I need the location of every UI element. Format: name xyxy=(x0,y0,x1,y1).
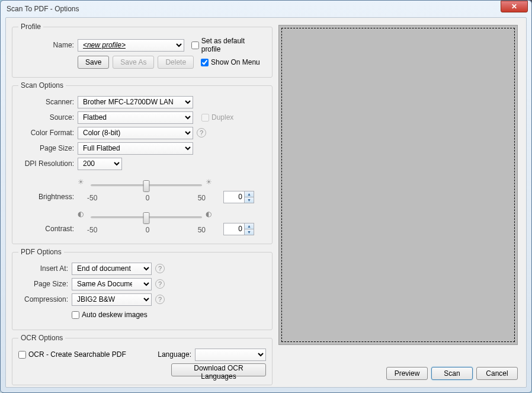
profile-group: Profile Name: <new profile> Set as defau… xyxy=(12,23,273,78)
show-on-menu-checkbox[interactable] xyxy=(201,59,209,66)
client-area: Profile Name: <new profile> Set as defau… xyxy=(5,17,527,388)
auto-deskew-checkbox[interactable] xyxy=(72,311,79,319)
color-format-label: Color Format: xyxy=(18,129,78,137)
brightness-low-icon xyxy=(78,178,87,187)
close-icon: ✕ xyxy=(511,2,517,11)
show-on-menu-label: Show On Menu xyxy=(211,58,260,66)
preview-button[interactable]: Preview xyxy=(386,367,428,380)
profile-name-combo[interactable]: <new profile> xyxy=(78,39,184,52)
contrast-high-icon xyxy=(206,210,215,219)
preview-area[interactable] xyxy=(278,25,518,345)
pdf-page-size-label: Page Size: xyxy=(18,280,72,288)
cancel-button[interactable]: Cancel xyxy=(476,367,518,380)
scan-button[interactable]: Scan xyxy=(431,367,473,380)
page-size-select[interactable]: Full Flatbed xyxy=(78,142,193,155)
auto-deskew-label: Auto deskew images xyxy=(82,311,148,319)
insert-at-label: Insert At: xyxy=(18,264,72,273)
language-select[interactable] xyxy=(195,349,266,361)
dpi-select[interactable]: 200 xyxy=(78,158,122,170)
duplex-checkbox[interactable] xyxy=(201,114,209,122)
contrast-thumb[interactable] xyxy=(143,212,150,224)
default-profile-label: Set as default profile xyxy=(201,37,266,53)
save-as-button[interactable]: Save As xyxy=(113,56,154,69)
dialog-window: Scan To PDF - Options ✕ Profile Name: <n… xyxy=(0,0,532,393)
help-icon[interactable]: ? xyxy=(155,295,165,304)
save-button[interactable]: Save xyxy=(78,56,109,69)
close-button[interactable]: ✕ xyxy=(501,1,528,12)
language-label: Language: xyxy=(158,350,191,359)
left-column: Profile Name: <new profile> Set as defau… xyxy=(12,23,273,389)
help-icon[interactable]: ? xyxy=(155,264,165,273)
help-icon[interactable]: ? xyxy=(155,279,165,289)
spinner-up-icon[interactable]: ▲ xyxy=(244,223,254,229)
ocr-enable-label: OCR - Create Searchable PDF xyxy=(28,350,126,359)
ocr-options-group: OCR Options OCR - Create Searchable PDF … xyxy=(12,334,273,385)
scanner-select[interactable]: Brother MFC-L2700DW LAN xyxy=(78,96,193,108)
compression-label: Compression: xyxy=(18,295,72,303)
dialog-buttons: Preview Scan Cancel xyxy=(386,367,518,380)
scan-options-legend: Scan Options xyxy=(18,81,66,90)
duplex-label: Duplex xyxy=(211,113,233,122)
help-icon[interactable]: ? xyxy=(197,128,206,138)
pdf-options-legend: PDF Options xyxy=(18,248,64,256)
preview-selection[interactable] xyxy=(281,28,515,342)
contrast-spinner[interactable]: ▲▼ xyxy=(223,223,254,235)
insert-at-select[interactable]: End of document xyxy=(72,263,152,275)
ocr-options-legend: OCR Options xyxy=(18,334,65,342)
page-size-label: Page Size: xyxy=(18,144,78,152)
titlebar[interactable]: Scan To PDF - Options ✕ xyxy=(1,1,531,17)
contrast-low-icon xyxy=(78,210,87,219)
compression-select[interactable]: JBIG2 B&W xyxy=(72,293,152,306)
color-format-select[interactable]: Color (8-bit) xyxy=(78,127,193,139)
spinner-down-icon[interactable]: ▼ xyxy=(244,197,254,203)
default-profile-checkbox[interactable] xyxy=(191,41,199,49)
source-label: Source: xyxy=(18,113,78,122)
contrast-slider[interactable] xyxy=(87,212,206,218)
scanner-label: Scanner: xyxy=(18,98,78,106)
name-label: Name: xyxy=(18,41,78,49)
brightness-thumb[interactable] xyxy=(143,180,150,192)
dpi-label: DPI Resolution: xyxy=(18,159,78,168)
brightness-spinner[interactable]: ▲▼ xyxy=(223,191,254,203)
source-select[interactable]: Flatbed xyxy=(78,111,193,124)
contrast-label: Contrast: xyxy=(18,225,78,233)
pdf-options-group: PDF Options Insert At: End of document ?… xyxy=(12,248,273,330)
brightness-slider[interactable] xyxy=(87,180,206,186)
pdf-page-size-select[interactable]: Same As Document xyxy=(72,278,152,290)
spinner-down-icon[interactable]: ▼ xyxy=(244,229,254,235)
window-title: Scan To PDF - Options xyxy=(4,5,528,13)
profile-legend: Profile xyxy=(18,23,43,31)
ocr-enable-checkbox[interactable] xyxy=(18,351,26,359)
scan-options-group: Scan Options Scanner: Brother MFC-L2700D… xyxy=(12,81,273,244)
brightness-high-icon xyxy=(206,178,215,187)
brightness-label: Brightness: xyxy=(18,193,78,201)
spinner-up-icon[interactable]: ▲ xyxy=(244,191,254,197)
download-ocr-button[interactable]: Download OCR Languages xyxy=(171,363,266,376)
delete-button[interactable]: Delete xyxy=(158,56,194,69)
